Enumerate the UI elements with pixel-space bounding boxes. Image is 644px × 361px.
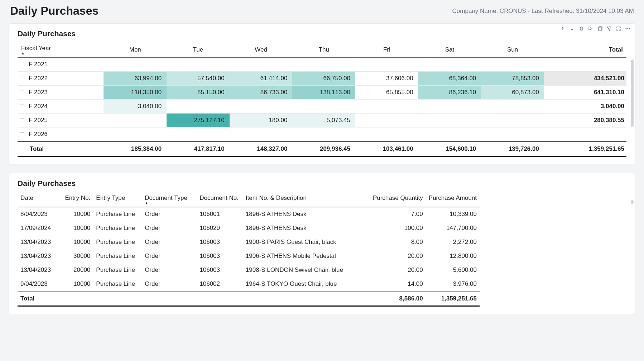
drill-down-icon[interactable] bbox=[569, 26, 575, 32]
next-level-icon[interactable] bbox=[588, 26, 593, 32]
matrix-row-f2021: +F 2021 bbox=[18, 57, 626, 72]
total-fri: 103,461.00 bbox=[355, 141, 418, 157]
col-date[interactable]: Date bbox=[18, 191, 61, 207]
cell-doc-no: 106001 bbox=[197, 207, 243, 221]
cell-entry-type: Purchase Line bbox=[93, 277, 142, 292]
col-mon[interactable]: Mon bbox=[104, 42, 167, 57]
col-tue[interactable]: Tue bbox=[167, 42, 230, 57]
expand-icon[interactable]: + bbox=[20, 63, 24, 67]
matrix-header-row: Fiscal Year ▲ Mon Tue Wed Thu Fri Sat Su… bbox=[18, 42, 626, 57]
col-fiscal-year[interactable]: Fiscal Year ▲ bbox=[18, 42, 104, 57]
copy-icon[interactable] bbox=[597, 26, 603, 32]
row-total: 3,040.00 bbox=[544, 100, 626, 114]
col-total[interactable]: Total bbox=[544, 42, 626, 57]
page-title: Daily Purchases bbox=[10, 4, 98, 18]
row-label: F 2021 bbox=[29, 61, 48, 68]
sort-asc-icon: ▲ bbox=[21, 52, 100, 55]
total-mon: 185,384.00 bbox=[104, 141, 167, 157]
table-row[interactable]: 9/04/202310000Purchase LineOrder10600219… bbox=[18, 277, 480, 292]
cell-doc-no: 106003 bbox=[197, 249, 243, 263]
totals-label: Total bbox=[18, 141, 104, 157]
expand-icon[interactable]: + bbox=[20, 119, 24, 123]
expand-icon[interactable]: + bbox=[20, 133, 24, 137]
cell-doc-no: 106002 bbox=[197, 277, 243, 292]
cell-qty: 20.00 bbox=[370, 263, 426, 277]
totals-label: Total bbox=[18, 291, 61, 306]
expand-hierarchy-icon[interactable] bbox=[578, 26, 584, 32]
cell: 61,414.00 bbox=[230, 72, 293, 86]
cell-entry-type: Purchase Line bbox=[93, 221, 142, 235]
matrix-table: Fiscal Year ▲ Mon Tue Wed Thu Fri Sat Su… bbox=[18, 42, 626, 157]
table-row[interactable]: 8/04/202310000Purchase LineOrder10600118… bbox=[18, 207, 480, 221]
cell: 275,127.10 bbox=[167, 114, 230, 127]
cell-item: 1900-S PARIS Guest Chair, black bbox=[243, 235, 370, 249]
cell-entry-type: Purchase Line bbox=[93, 263, 142, 277]
totals-amt: 1,359,251.65 bbox=[426, 291, 480, 306]
filter-icon[interactable] bbox=[606, 26, 612, 32]
matrix-row-f2023: +F 2023 118,350.00 85,150.00 86,733.00 1… bbox=[18, 86, 626, 100]
cell-doc-type: Order bbox=[142, 277, 197, 292]
table-row[interactable]: 13/04/202330000Purchase LineOrder1060031… bbox=[18, 249, 480, 263]
detail-header-row: Date Entry No. Entry Type Document Type … bbox=[18, 191, 480, 207]
expand-icon[interactable]: + bbox=[20, 105, 24, 109]
cell-date: 17/09/2024 bbox=[18, 221, 61, 235]
total-sun: 139,726.00 bbox=[481, 141, 544, 157]
cell-item: 1908-S LONDON Swivel Chair, blue bbox=[243, 263, 370, 277]
row-label: F 2026 bbox=[29, 131, 48, 138]
total-tue: 417,817.10 bbox=[167, 141, 230, 157]
card-toolbar bbox=[560, 26, 631, 32]
table-row[interactable]: 13/04/202310000Purchase LineOrder1060031… bbox=[18, 235, 480, 249]
cell-item: 1964-S TOKYO Guest Chair, blue bbox=[243, 277, 370, 292]
table-row[interactable]: 13/04/202320000Purchase LineOrder1060031… bbox=[18, 263, 480, 277]
cell-doc-no: 106003 bbox=[197, 235, 243, 249]
total-thu: 209,936.45 bbox=[292, 141, 355, 157]
more-icon[interactable] bbox=[625, 26, 631, 32]
col-entry-type[interactable]: Entry Type bbox=[93, 191, 142, 207]
matrix-card: Daily Purchases Fiscal Year ▲ Mon Tue We… bbox=[9, 23, 635, 164]
page-meta: Company Name: CRONUS - Last Refreshed: 3… bbox=[452, 8, 634, 15]
total-sat: 154,600.10 bbox=[418, 141, 481, 157]
col-fri[interactable]: Fri bbox=[355, 42, 418, 57]
col-wed[interactable]: Wed bbox=[230, 42, 293, 57]
col-entry-no[interactable]: Entry No. bbox=[61, 191, 93, 207]
scrollbar-thumb[interactable] bbox=[631, 59, 634, 127]
total-wed: 148,327.00 bbox=[230, 141, 293, 157]
cell-entry-no: 10000 bbox=[61, 235, 93, 249]
row-label: F 2025 bbox=[29, 117, 48, 124]
cell-entry-no: 10000 bbox=[61, 221, 93, 235]
cell: 180.00 bbox=[230, 114, 293, 127]
sort-asc-icon: ▲ bbox=[145, 202, 194, 204]
col-thu[interactable]: Thu bbox=[292, 42, 355, 57]
col-sat[interactable]: Sat bbox=[418, 42, 481, 57]
col-sun[interactable]: Sun bbox=[481, 42, 544, 57]
cell-entry-no: 10000 bbox=[61, 277, 93, 292]
table-row[interactable]: 17/09/202410000Purchase LineOrder1060201… bbox=[18, 221, 480, 235]
scrollbar-thumb[interactable] bbox=[631, 200, 634, 204]
focus-icon[interactable] bbox=[616, 26, 621, 32]
col-item[interactable]: Item No. & Description bbox=[243, 191, 370, 207]
drill-up-icon[interactable] bbox=[560, 26, 566, 32]
expand-icon[interactable]: + bbox=[20, 91, 24, 95]
cell-amt: 3,976.00 bbox=[426, 277, 480, 292]
detail-totals-row: Total8,586.001,359,251.65 bbox=[18, 291, 480, 306]
cell-amt: 2,272.00 bbox=[426, 235, 480, 249]
col-amt[interactable]: Purchase Amount bbox=[426, 191, 480, 207]
col-doc-type[interactable]: Document Type ▲ bbox=[142, 191, 197, 207]
expand-icon[interactable]: + bbox=[20, 77, 24, 81]
cell-date: 13/04/2023 bbox=[18, 235, 61, 249]
cell: 68,364.00 bbox=[418, 72, 481, 86]
cell-doc-type: Order bbox=[142, 221, 197, 235]
detail-card: Daily Purchases Date Entry No. Entry Typ… bbox=[9, 173, 635, 314]
cell-item: 1906-S ATHENS Mobile Pedestal bbox=[243, 249, 370, 263]
col-qty[interactable]: Purchase Quantity bbox=[370, 191, 426, 207]
cell-doc-type: Order bbox=[142, 263, 197, 277]
cell-item: 1896-S ATHENS Desk bbox=[243, 221, 370, 235]
cell-entry-type: Purchase Line bbox=[93, 249, 142, 263]
cell-qty: 100.00 bbox=[370, 221, 426, 235]
matrix-row-f2026: +F 2026 bbox=[18, 127, 626, 142]
svg-point-1 bbox=[626, 28, 626, 29]
cell-entry-type: Purchase Line bbox=[93, 235, 142, 249]
col-doc-no[interactable]: Document No. bbox=[197, 191, 243, 207]
cell-date: 13/04/2023 bbox=[18, 249, 61, 263]
cell-qty: 14.00 bbox=[370, 277, 426, 292]
